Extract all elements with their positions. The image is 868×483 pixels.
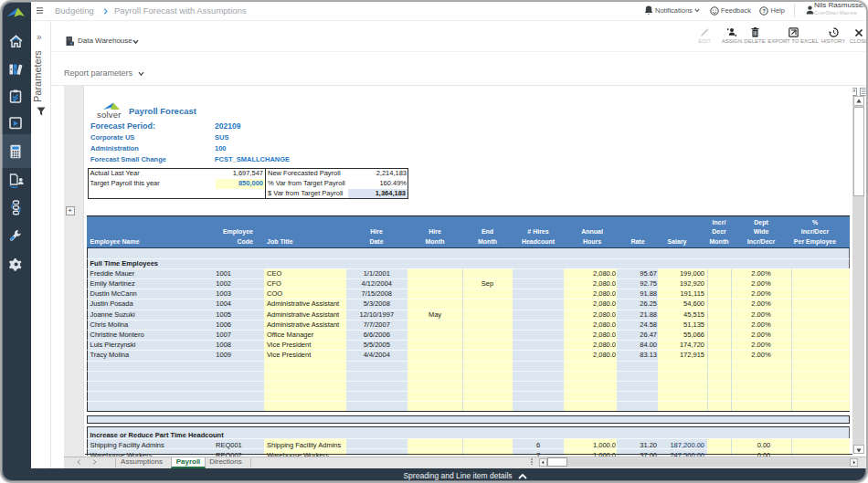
svg-text:?: ?: [762, 8, 766, 14]
